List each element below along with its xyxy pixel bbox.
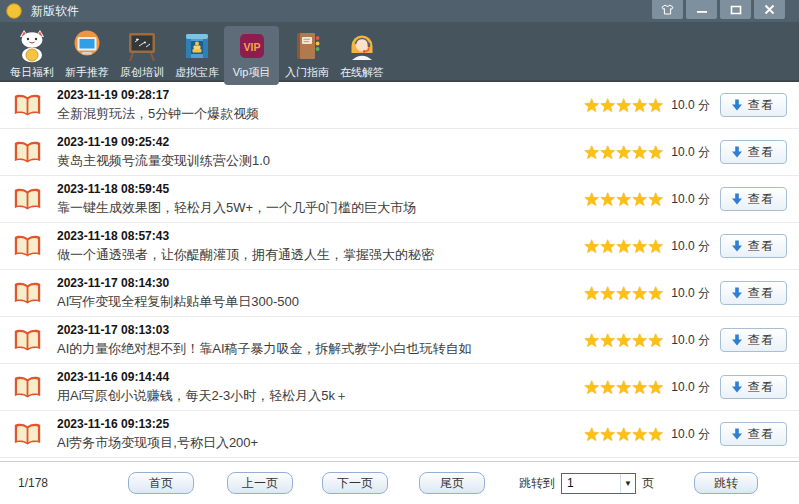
download-arrow-icon <box>732 428 742 440</box>
item-date: 2023-11-18 08:59:45 <box>57 182 416 196</box>
toolbar-item-virtual-vault[interactable]: 虚拟宝库 <box>169 26 224 85</box>
item-text: 2023-11-19 09:28:17 全新混剪玩法，5分钟一个爆款视频 <box>57 88 259 123</box>
page-number-combobox: ▼ <box>561 473 636 494</box>
view-button-label: 查看 <box>748 97 776 114</box>
view-button[interactable]: 查看 <box>720 93 787 117</box>
item-title: AI的力量你绝对想不到！靠AI稿子暴力吸金，拆解式教学小白也玩转自如 <box>57 340 472 358</box>
view-button-label: 查看 <box>748 285 776 302</box>
jump-button[interactable]: 跳转 <box>694 472 758 494</box>
item-date: 2023-11-18 08:57:43 <box>57 229 434 243</box>
item-title: AI劳务市场变现项目,号称日入200+ <box>57 434 258 452</box>
item-score: 10.0 分 <box>671 97 710 114</box>
item-actions: ★★★★★ 10.0 分 查看 <box>583 187 787 211</box>
combobox-dropdown-arrow-icon[interactable]: ▼ <box>620 474 635 493</box>
project-list: 2023-11-19 09:28:17 全新混剪玩法，5分钟一个爆款视频 ★★★… <box>0 82 799 458</box>
star-rating: ★★★★★ <box>583 378 663 397</box>
download-arrow-icon <box>732 146 742 158</box>
titlebar: 新版软件 <box>0 0 799 22</box>
item-text: 2023-11-17 08:13:03 AI的力量你绝对想不到！靠AI稿子暴力吸… <box>57 323 472 358</box>
view-button-label: 查看 <box>748 191 776 208</box>
toolbar-item-newbie-picks[interactable]: 新手推荐 <box>59 26 114 85</box>
view-button[interactable]: 查看 <box>720 187 787 211</box>
open-book-icon <box>13 280 42 307</box>
download-arrow-icon <box>732 193 742 205</box>
view-button[interactable]: 查看 <box>720 281 787 305</box>
view-button[interactable]: 查看 <box>720 422 787 446</box>
prev-page-button[interactable]: 上一页 <box>227 472 293 494</box>
toolbar-item-label: 入门指南 <box>284 65 328 81</box>
blackboard-icon <box>125 29 159 63</box>
item-score: 10.0 分 <box>671 379 710 396</box>
page-number-input[interactable] <box>562 474 620 493</box>
view-button[interactable]: 查看 <box>720 375 787 399</box>
page-unit-label: 页 <box>642 475 654 492</box>
pagination-bar: 1/178 首页 上一页 下一页 尾页 跳转到 ▼ 页 跳转 <box>0 461 799 504</box>
download-arrow-icon <box>732 381 742 393</box>
item-score: 10.0 分 <box>671 285 710 302</box>
view-button-label: 查看 <box>748 238 776 255</box>
download-arrow-icon <box>732 287 742 299</box>
view-button[interactable]: 查看 <box>720 328 787 352</box>
item-score: 10.0 分 <box>671 238 710 255</box>
svg-text:VIP: VIP <box>243 41 260 53</box>
item-date: 2023-11-19 09:28:17 <box>57 88 259 102</box>
vip-badge-icon: VIP <box>235 29 269 63</box>
toolbar-item-online-support[interactable]: 在线解答 <box>334 26 389 85</box>
download-arrow-icon <box>732 99 742 111</box>
computer-icon <box>70 29 104 63</box>
open-book-icon <box>13 139 42 166</box>
item-text: 2023-11-19 09:25:42 黄岛主视频号流量变现训练营公测1.0 <box>57 135 270 170</box>
vault-icon <box>180 29 214 63</box>
item-score: 10.0 分 <box>671 426 710 443</box>
list-item: 2023-11-17 08:14:30 AI写作变现全程复制粘贴单号单日300-… <box>0 270 799 317</box>
guide-book-icon <box>290 29 324 63</box>
item-score: 10.0 分 <box>671 191 710 208</box>
view-button[interactable]: 查看 <box>720 140 787 164</box>
page-info: 1/178 <box>18 476 58 490</box>
item-title: 做一个通透强者，让你醍醐灌顶，拥有通透人生，掌握强大的秘密 <box>57 246 434 264</box>
shirt-icon <box>661 4 674 15</box>
star-rating: ★★★★★ <box>583 237 663 256</box>
list-item: 2023-11-19 09:28:17 全新混剪玩法，5分钟一个爆款视频 ★★★… <box>0 82 799 129</box>
coin-app-icon <box>6 3 22 19</box>
open-book-icon <box>13 374 42 401</box>
list-item: 2023-11-16 09:14:44 用Ai写原创小说赚钱，每天2-3小时，轻… <box>0 364 799 411</box>
item-title: 用Ai写原创小说赚钱，每天2-3小时，轻松月入5k＋ <box>57 387 348 405</box>
view-button[interactable]: 查看 <box>720 234 787 258</box>
item-date: 2023-11-17 08:14:30 <box>57 276 299 290</box>
item-text: 2023-11-18 08:57:43 做一个通透强者，让你醍醐灌顶，拥有通透人… <box>57 229 434 264</box>
download-arrow-icon <box>732 334 742 346</box>
open-book-icon <box>13 421 42 448</box>
item-title: AI写作变现全程复制粘贴单号单日300-500 <box>57 293 299 311</box>
maximize-button[interactable] <box>720 0 751 19</box>
toolbar-item-starter-guide[interactable]: 入门指南 <box>279 26 334 85</box>
toolbar-item-daily-benefits[interactable]: 每日福利 <box>4 26 59 85</box>
item-actions: ★★★★★ 10.0 分 查看 <box>583 281 787 305</box>
toolbar-item-label: 新手推荐 <box>64 65 108 81</box>
window-controls <box>652 0 785 19</box>
close-button[interactable] <box>754 0 785 19</box>
item-text: 2023-11-18 08:59:45 靠一键生成效果图，轻松月入5W+，一个几… <box>57 182 416 217</box>
item-actions: ★★★★★ 10.0 分 查看 <box>583 328 787 352</box>
minimize-button[interactable] <box>686 0 717 19</box>
item-date: 2023-11-17 08:13:03 <box>57 323 472 337</box>
toolbar-item-label: 原创培训 <box>119 65 163 81</box>
item-title: 靠一键生成效果图，轻松月入5W+，一个几乎0门槛的巨大市场 <box>57 199 416 217</box>
next-page-button[interactable]: 下一页 <box>322 472 388 494</box>
first-page-button[interactable]: 首页 <box>128 472 194 494</box>
item-actions: ★★★★★ 10.0 分 查看 <box>583 140 787 164</box>
item-title: 全新混剪玩法，5分钟一个爆款视频 <box>57 105 259 123</box>
item-score: 10.0 分 <box>671 144 710 161</box>
jump-to-label: 跳转到 <box>519 475 555 492</box>
item-actions: ★★★★★ 10.0 分 查看 <box>583 422 787 446</box>
lucky-cat-icon <box>15 29 49 63</box>
view-button-label: 查看 <box>748 144 776 161</box>
skin-button[interactable] <box>652 0 683 19</box>
star-rating: ★★★★★ <box>583 331 663 350</box>
toolbar-item-original-training[interactable]: 原创培训 <box>114 26 169 85</box>
toolbar-item-label: 每日福利 <box>9 65 53 81</box>
view-button-label: 查看 <box>748 332 776 349</box>
last-page-button[interactable]: 尾页 <box>419 472 485 494</box>
view-button-label: 查看 <box>748 426 776 443</box>
toolbar-item-vip-projects[interactable]: VIP Vip项目 <box>224 26 279 85</box>
